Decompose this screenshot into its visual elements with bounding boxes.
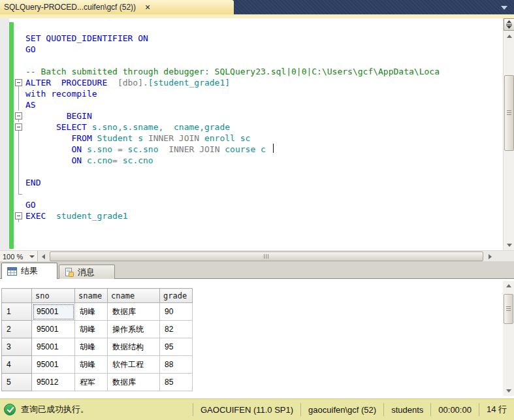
results-panel: snosnamecnamegrade 195001胡峰数据库90295001胡峰… xyxy=(0,279,514,398)
column-header-sname[interactable]: sname xyxy=(75,289,108,303)
scrollbar-thumb[interactable] xyxy=(504,294,513,324)
collapse-minus-icon[interactable] xyxy=(14,210,25,221)
collapse-minus-icon[interactable] xyxy=(14,77,25,88)
code-line: ON s.sno = sc.sno INNER JOIN course c xyxy=(14,144,440,155)
grid-cell[interactable]: 95001 xyxy=(32,303,75,321)
table-row: 595012程军数据库85 xyxy=(2,374,193,391)
grid-cell[interactable]: 胡峰 xyxy=(75,321,108,338)
grid-cell[interactable]: 88 xyxy=(160,356,193,374)
close-icon[interactable]: × xyxy=(145,3,150,12)
status-message: 查询已成功执行。 xyxy=(21,404,89,415)
zoom-level-combo[interactable]: 100 % xyxy=(0,251,38,262)
sql-editor[interactable]: SET QUOTED_IDENTIFIER ONGO-- Batch submi… xyxy=(0,18,514,250)
scroll-right-icon[interactable] xyxy=(485,251,496,261)
status-segment: 00:00:00 xyxy=(430,403,479,415)
editor-margin xyxy=(0,18,9,250)
scrollbar-thumb[interactable] xyxy=(504,75,514,151)
code-line: GO xyxy=(14,44,440,55)
column-header-cname[interactable]: cname xyxy=(108,289,160,303)
outline-gutter xyxy=(14,99,25,110)
code-line: GO xyxy=(14,199,440,210)
outline-gutter xyxy=(14,88,25,99)
grid-cell[interactable]: 胡峰 xyxy=(75,338,108,356)
grid-cell[interactable]: 82 xyxy=(160,321,193,338)
status-bar: 查询已成功执行。 GAOCUIFEN (11.0 SP1)gaocuifen\g… xyxy=(0,398,514,420)
results-vertical-scrollbar[interactable] xyxy=(503,281,514,396)
outline-gutter xyxy=(14,133,25,144)
status-segment: GAOCUIFEN (11.0 SP1) xyxy=(193,403,300,415)
message-icon xyxy=(65,268,74,277)
scroll-left-icon[interactable] xyxy=(38,251,49,261)
grid-cell[interactable]: 软件工程 xyxy=(108,356,160,374)
grid-cell[interactable]: 95012 xyxy=(32,374,75,391)
column-header-sno[interactable]: sno xyxy=(32,289,75,303)
code-line: END xyxy=(14,177,440,188)
code-area: SET QUOTED_IDENTIFIER ONGO-- Batch submi… xyxy=(14,33,440,221)
collapse-minus-icon[interactable] xyxy=(14,121,25,133)
editor-horizontal-scrollbar-row: 100 % xyxy=(0,250,514,261)
outline-gutter xyxy=(14,177,25,188)
scroll-up-icon[interactable] xyxy=(504,31,514,41)
scrollbar-thumb[interactable] xyxy=(50,251,483,261)
code-line: with recompile xyxy=(14,88,440,99)
row-header[interactable]: 5 xyxy=(2,374,32,391)
grid-cell[interactable]: 胡峰 xyxy=(75,303,108,321)
splitter-handle-icon[interactable] xyxy=(504,18,514,31)
outline-gutter xyxy=(14,66,25,77)
row-header[interactable]: 1 xyxy=(2,303,32,321)
change-tracking-bar xyxy=(9,22,14,249)
document-tab-bar: SQLQuery-PROCED...cuifen\gcf (52)) × xyxy=(0,0,514,14)
outline-gutter xyxy=(14,44,25,55)
code-line: SELECT s.sno,s.sname, cname,grade xyxy=(14,121,440,133)
results-tab-strip: 结果 消息 xyxy=(0,261,514,279)
tab-results[interactable]: 结果 xyxy=(1,263,57,279)
table-row: 495001胡峰软件工程88 xyxy=(2,356,193,374)
tab-results-label: 结果 xyxy=(21,265,38,277)
code-line xyxy=(14,188,440,199)
grid-cell[interactable]: 操作系统 xyxy=(108,321,160,338)
grid-cell[interactable]: 95 xyxy=(160,338,193,356)
status-segment: 14 行 xyxy=(479,403,514,415)
status-items: GAOCUIFEN (11.0 SP1)gaocuifen\gcf (52)st… xyxy=(193,399,514,420)
grid-cell[interactable]: 90 xyxy=(160,303,193,321)
tab-messages-label: 消息 xyxy=(78,267,95,278)
grid-cell[interactable]: 95001 xyxy=(32,356,75,374)
code-line: SET QUOTED_IDENTIFIER ON xyxy=(14,33,440,44)
grid-cell[interactable]: 95001 xyxy=(32,321,75,338)
outline-gutter xyxy=(14,33,25,44)
grid-cell[interactable]: 程军 xyxy=(75,374,108,391)
scroll-down-icon[interactable] xyxy=(503,386,514,396)
editor-vertical-scrollbar[interactable] xyxy=(503,18,514,250)
code-line xyxy=(14,55,440,66)
outline-gutter xyxy=(14,155,25,166)
code-line: FROM Student s INNER JOIN enroll sc xyxy=(14,133,440,144)
code-line: ON c.cno= sc.cno xyxy=(14,155,440,166)
scroll-down-icon[interactable] xyxy=(504,240,514,250)
outline-gutter xyxy=(14,144,25,155)
collapse-minus-icon[interactable] xyxy=(14,110,25,121)
text-caret xyxy=(273,144,274,153)
success-check-icon xyxy=(4,404,16,415)
grid-corner-cell[interactable] xyxy=(2,289,32,303)
code-line: BEGIN xyxy=(14,110,440,121)
row-header[interactable]: 3 xyxy=(2,338,32,356)
grid-cell[interactable]: 95001 xyxy=(32,338,75,356)
table-row: 295001胡峰操作系统82 xyxy=(2,321,193,338)
tab-messages[interactable]: 消息 xyxy=(59,265,115,279)
row-header[interactable]: 4 xyxy=(2,356,32,374)
row-header[interactable]: 2 xyxy=(2,321,32,338)
grid-cell[interactable]: 数据库 xyxy=(108,303,160,321)
tab-list-dropdown-icon[interactable] xyxy=(501,6,507,10)
scroll-up-icon[interactable] xyxy=(503,281,514,291)
code-line: AS xyxy=(14,99,440,110)
code-line: -- Batch submitted through debugger: SQL… xyxy=(14,66,440,77)
column-header-grade[interactable]: grade xyxy=(160,289,193,303)
chevron-down-icon xyxy=(29,255,35,258)
grid-cell[interactable]: 数据结构 xyxy=(108,338,160,356)
code-line: ALTER PROCEDURE [dbo].[student_grade1] xyxy=(14,77,440,88)
grid-cell[interactable]: 85 xyxy=(160,374,193,391)
tab-sqlquery[interactable]: SQLQuery-PROCED...cuifen\gcf (52)) × xyxy=(0,0,234,14)
grid-cell[interactable]: 数据库 xyxy=(108,374,160,391)
grid-cell[interactable]: 胡峰 xyxy=(75,356,108,374)
outline-gutter xyxy=(14,188,25,199)
